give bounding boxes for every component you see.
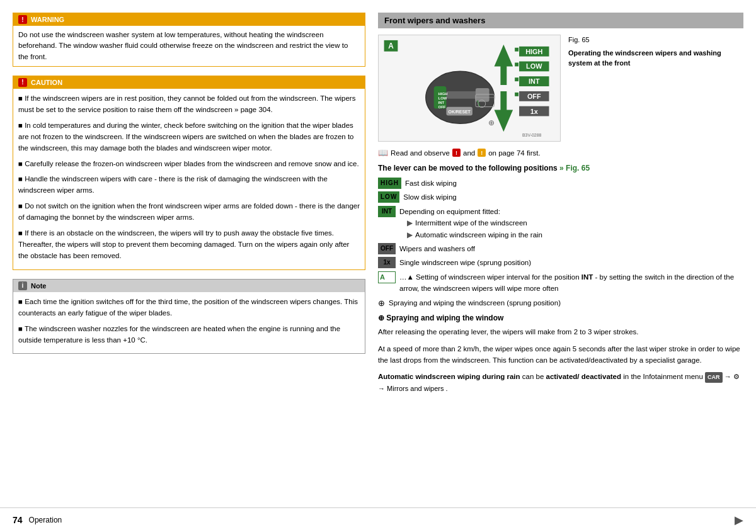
car-icon: CAR: [705, 372, 723, 382]
svg-text:LOW: LOW: [438, 96, 447, 100]
pos-int: INT Depending on equipment fitted: ▶ Int…: [378, 206, 743, 241]
spray-pos-text: Spraying and wiping the windscreen (spru…: [389, 297, 561, 308]
caution-header: ! CAUTION: [13, 76, 365, 89]
caution-item-2: ■ In cold temperatures and during the wi…: [18, 120, 360, 154]
note-item-1: ■ Each time the ignition switches off fo…: [18, 296, 360, 319]
svg-text:INT: INT: [529, 77, 540, 85]
read-observe-text: Read and observe: [391, 149, 450, 157]
and-text: and: [463, 149, 475, 157]
pos-off-label: OFF: [378, 243, 396, 254]
caution-box: ! CAUTION ■ If the windscreen wipers are…: [13, 76, 365, 270]
pos-onex: 1x Single windscreen wipe (sprung positi…: [378, 257, 743, 268]
pos-low-label: LOW: [378, 191, 399, 203]
book-icon: 📖: [378, 148, 388, 157]
caution-item-5: ■ Do not switch on the ignition when the…: [18, 200, 360, 224]
read-observe-line: 📖 Read and observe ! and ! on page 74 fi…: [378, 148, 743, 157]
yellow-caution-icon: !: [478, 149, 486, 157]
page-number: 74: [13, 515, 23, 525]
pos-int-content: Depending on equipment fitted: ▶ Intermi…: [399, 206, 542, 241]
pos-a: A …▲ Setting of windscreen wiper interva…: [378, 271, 743, 295]
page-footer: 74 Operation ▶: [0, 507, 756, 532]
svg-text:HIGH: HIGH: [525, 48, 542, 55]
pos-low-text: Slow disk wiping: [403, 191, 456, 203]
auto-body1: At a speed of more than 2 km/h, the wipe…: [378, 343, 743, 366]
pos-onex-text: Single windscreen wipe (sprung position): [399, 257, 531, 268]
svg-text:INT: INT: [438, 101, 445, 105]
left-column: ! WARNING Do not use the windscreen wash…: [13, 13, 365, 501]
note-item-2: ■ The windscreen washer nozzles for the …: [18, 323, 360, 346]
pos-int-text: Depending on equipment fitted:: [399, 206, 542, 217]
svg-text:1x: 1x: [530, 108, 538, 115]
page-section: Operation: [29, 516, 62, 524]
svg-text:OFF: OFF: [438, 105, 446, 109]
pos-off-text: Wipers and washers off: [399, 243, 475, 254]
svg-rect-5: [446, 91, 477, 99]
warning-box: ! WARNING Do not use the windscreen wash…: [13, 13, 365, 67]
caution-title: CAUTION: [31, 79, 62, 86]
spray-icon: ⊕: [378, 297, 385, 310]
caution-item-1: ■ If the windscreen wipers are in rest p…: [18, 93, 360, 116]
pos-off: OFF Wipers and washers off: [378, 243, 743, 254]
auto-wipe-end: in the Infotainment menu: [623, 373, 705, 380]
svg-text:LOW: LOW: [526, 62, 542, 70]
auto-wipe-bold2: activated/ deactivated: [546, 373, 622, 380]
warning-text: Do not use the windscreen washer system …: [18, 31, 348, 60]
pos-onex-label: 1x: [378, 257, 396, 268]
figure-area: A HIGH LOW INT OFF: [378, 35, 743, 142]
svg-rect-23: [515, 77, 518, 81]
lever-title: The lever can be moved to the following …: [378, 164, 743, 173]
note-header: i Note: [13, 280, 365, 292]
red-warning-icon: !: [452, 149, 461, 157]
spray-body: After releasing the operating lever, the…: [378, 326, 743, 337]
svg-text:⊕: ⊕: [488, 118, 495, 127]
svg-rect-24: [515, 93, 518, 96]
warning-title: WARNING: [31, 16, 64, 23]
pos-int-sub: ▶ Intermittent wipe of the windscreen ▶ …: [399, 217, 542, 241]
pos-int-sub-1: ▶ Intermittent wipe of the windscreen: [407, 217, 542, 229]
spray-pos: ⊕ Spraying and wiping the windscreen (sp…: [378, 297, 743, 310]
caution-icon: !: [18, 78, 27, 87]
fig-description: Operating the windscreen wipers and wash…: [568, 48, 743, 69]
pos-a-text: …▲ Setting of windscreen wiper interval …: [399, 271, 743, 295]
caution-item-6: ■ If there is an obstacle on the windscr…: [18, 227, 360, 262]
pos-a-label: A: [378, 271, 396, 284]
fig-number: Fig. 65: [568, 35, 743, 45]
note-title: Note: [31, 282, 46, 290]
read-observe-end: on page 74 first.: [488, 149, 540, 157]
warning-body: Do not use the windscreen washer system …: [13, 26, 365, 66]
fig-link: » Fig. 65: [559, 164, 590, 173]
next-arrow-icon[interactable]: ▶: [735, 513, 743, 527]
caution-item-4: ■ Handle the windscreen wipers with care…: [18, 173, 360, 196]
right-column: Front wipers and washers A: [378, 13, 743, 501]
pos-int-sub-2: ▶ Automatic windscreen wiping in the rai…: [407, 229, 542, 241]
svg-text:B3V-0288: B3V-0288: [522, 133, 541, 137]
svg-rect-21: [515, 48, 518, 52]
svg-text:HIGH: HIGH: [438, 92, 448, 96]
pos-low: LOW Slow disk wiping: [378, 191, 743, 203]
note-body: ■ Each time the ignition switches off fo…: [13, 292, 365, 354]
svg-text:OFF: OFF: [527, 93, 541, 100]
pos-high-text: Fast disk wiping: [405, 178, 457, 189]
note-box: i Note ■ Each time the ignition switches…: [13, 279, 365, 354]
figure-caption: Fig. 65 Operating the windscreen wipers …: [568, 35, 743, 142]
spray-section-title: ⊕ Spraying and wiping the window: [378, 314, 743, 322]
note-icon: i: [18, 281, 27, 290]
wiper-diagram: A HIGH LOW INT OFF: [378, 35, 561, 142]
svg-text:A: A: [388, 42, 394, 50]
svg-text:OK/RESET: OK/RESET: [449, 110, 471, 114]
auto-wipe-mid: can be: [522, 373, 546, 380]
warning-icon: !: [18, 15, 27, 24]
caution-item-3: ■ Carefully release the frozen-on windsc…: [18, 158, 360, 169]
pos-high: HIGH Fast disk wiping: [378, 178, 743, 189]
pos-int-label: INT: [378, 206, 396, 217]
warning-header: ! WARNING: [13, 13, 365, 26]
section-title: Front wipers and washers: [378, 13, 743, 28]
position-list: HIGH Fast disk wiping LOW Slow disk wipi…: [378, 178, 743, 310]
auto-wipe-para: Automatic windscreen wiping during rain …: [378, 371, 743, 394]
svg-rect-22: [515, 62, 518, 66]
pos-high-label: HIGH: [378, 178, 401, 189]
caution-body: ■ If the windscreen wipers are in rest p…: [13, 89, 365, 269]
auto-wipe-label: Automatic windscreen wiping during rain: [378, 373, 520, 380]
